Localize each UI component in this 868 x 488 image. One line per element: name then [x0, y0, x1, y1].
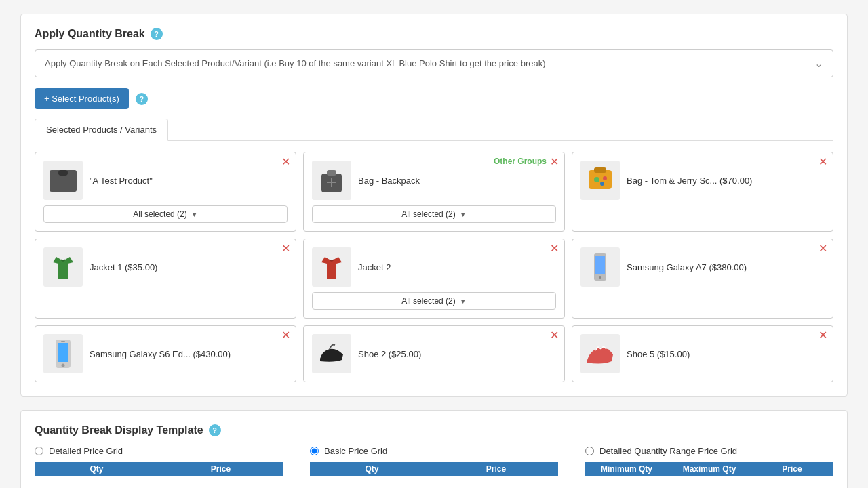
select-products-button[interactable]: + Select Product(s) — [35, 88, 129, 109]
col-price: Price — [751, 464, 833, 474]
product-name: "A Test Product" — [90, 176, 153, 186]
svg-rect-15 — [58, 343, 68, 362]
price-grid-basic: Qty Price — [310, 462, 558, 476]
select-products-help-icon[interactable]: ? — [136, 93, 148, 105]
col-price: Price — [159, 464, 283, 474]
product-image — [43, 334, 83, 373]
product-card: ✕ Samsung Galaxy S6 Ed... ($430.00) — [35, 325, 296, 382]
product-card: ✕ Samsung Galaxy A7 ($380.00) — [572, 239, 833, 319]
col-qty: Qty — [310, 464, 434, 474]
chevron-down-icon: ▼ — [460, 211, 467, 218]
tab-selected-products[interactable]: Selected Products / Variants — [35, 119, 168, 141]
product-name: Shoe 5 ($15.00) — [627, 349, 690, 359]
product-name: Samsung Galaxy A7 ($380.00) — [627, 262, 747, 272]
close-icon[interactable]: ✕ — [818, 330, 827, 341]
product-name: Bag - Backpack — [358, 176, 420, 186]
close-icon[interactable]: ✕ — [281, 330, 290, 341]
svg-rect-17 — [61, 341, 65, 342]
close-icon[interactable]: ✕ — [818, 243, 827, 254]
template-option-detailed-qty: Detailed Quantity Range Price Grid Minim… — [585, 446, 833, 476]
product-image — [312, 334, 351, 373]
product-name: Shoe 2 ($25.00) — [358, 349, 421, 359]
svg-point-8 — [594, 177, 599, 182]
svg-point-9 — [603, 176, 607, 180]
radio-basic-text: Basic Price Grid — [324, 446, 387, 456]
svg-point-10 — [600, 182, 604, 186]
product-card: ✕ Jacket 1 ($35.00) — [35, 239, 296, 319]
close-icon[interactable]: ✕ — [550, 243, 559, 254]
product-image — [43, 161, 83, 200]
variant-label: All selected (2) — [401, 296, 455, 306]
template-help-icon[interactable]: ? — [209, 424, 221, 436]
qty-break-dropdown[interactable]: Apply Quantity Break on Each Selected Pr… — [35, 49, 833, 77]
col-min-qty: Minimum Qty — [585, 464, 668, 474]
product-image — [312, 247, 351, 287]
product-image — [312, 161, 351, 200]
close-icon[interactable]: ✕ — [550, 157, 559, 167]
product-card: Other Groups ✕ Bag - Backpack — [303, 152, 565, 232]
variant-label: All selected (2) — [401, 209, 455, 219]
apply-qty-break-title: Apply Quantity Break — [35, 28, 145, 40]
variant-label: All selected (2) — [133, 209, 186, 219]
product-name: Jacket 2 — [358, 262, 391, 272]
svg-rect-7 — [594, 167, 606, 173]
radio-detailed-text: Detailed Price Grid — [49, 446, 123, 456]
variant-dropdown[interactable]: All selected (2) ▼ — [43, 205, 288, 223]
apply-qty-break-help-icon[interactable]: ? — [151, 28, 163, 40]
price-grid-header: Qty Price — [310, 462, 558, 476]
chevron-down-icon: ▼ — [191, 211, 198, 218]
svg-point-13 — [599, 276, 601, 279]
product-name: Samsung Galaxy S6 Ed... ($430.00) — [90, 349, 231, 359]
product-image — [580, 247, 620, 287]
product-card: ✕ Shoe 5 ($15.00) — [572, 325, 833, 382]
product-image — [580, 334, 620, 373]
svg-point-16 — [62, 364, 65, 367]
product-card: ✕ Jacket 2 All selected (2) ▼ — [303, 239, 565, 319]
close-icon[interactable]: ✕ — [281, 157, 290, 167]
product-image — [580, 161, 620, 200]
variant-dropdown[interactable]: All selected (2) ▼ — [312, 205, 556, 223]
col-max-qty: Maximum Qty — [668, 464, 751, 474]
price-grid-header: Qty Price — [35, 462, 283, 476]
price-grid-header: Minimum Qty Maximum Qty Price — [585, 462, 833, 476]
template-option-detailed: Detailed Price Grid Qty Price — [35, 446, 283, 476]
svg-rect-6 — [589, 170, 612, 189]
product-image — [43, 247, 83, 287]
radio-basic[interactable] — [310, 447, 319, 455]
product-card: ✕ "A Test Product" All selected (2) — [35, 152, 296, 232]
product-card: ✕ Shoe 2 ($25.00) — [303, 325, 565, 382]
radio-detailed-qty-text: Detailed Quantity Range Price Grid — [599, 446, 737, 456]
other-groups-link[interactable]: Other Groups — [494, 157, 547, 166]
radio-detailed-qty-label[interactable]: Detailed Quantity Range Price Grid — [585, 446, 737, 456]
radio-detailed-label[interactable]: Detailed Price Grid — [35, 446, 123, 456]
product-name: Jacket 1 ($35.00) — [90, 262, 157, 272]
price-grid-detailed: Qty Price — [35, 462, 283, 476]
col-price: Price — [434, 464, 558, 474]
close-icon[interactable]: ✕ — [550, 330, 559, 341]
close-icon[interactable]: ✕ — [818, 157, 827, 167]
template-options: Detailed Price Grid Qty Price Basic Pric… — [35, 446, 833, 476]
radio-detailed-qty[interactable] — [585, 447, 594, 455]
radio-detailed[interactable] — [35, 447, 43, 455]
product-name: Bag - Tom & Jerry Sc... ($70.00) — [627, 176, 752, 186]
price-grid-detailed-qty: Minimum Qty Maximum Qty Price — [585, 462, 833, 476]
radio-basic-label[interactable]: Basic Price Grid — [310, 446, 387, 456]
tabs-header: Selected Products / Variants — [35, 119, 833, 141]
svg-rect-3 — [327, 170, 336, 176]
product-card: ✕ Bag - Tom & Jerry Sc... ($70.00) — [572, 152, 833, 232]
variant-dropdown[interactable]: All selected (2) ▼ — [312, 292, 556, 310]
template-option-basic: Basic Price Grid Qty Price — [310, 446, 558, 476]
chevron-down-icon: ⌄ — [814, 57, 823, 70]
qty-break-dropdown-value: Apply Quantity Break on Each Selected Pr… — [45, 58, 546, 68]
chevron-down-icon: ▼ — [460, 298, 467, 305]
svg-rect-1 — [58, 170, 68, 176]
svg-rect-12 — [595, 256, 605, 274]
products-grid: ✕ "A Test Product" All selected (2) — [35, 152, 833, 382]
col-qty: Qty — [35, 464, 159, 474]
template-section-title: Quantity Break Display Template — [35, 424, 203, 436]
close-icon[interactable]: ✕ — [281, 243, 290, 254]
